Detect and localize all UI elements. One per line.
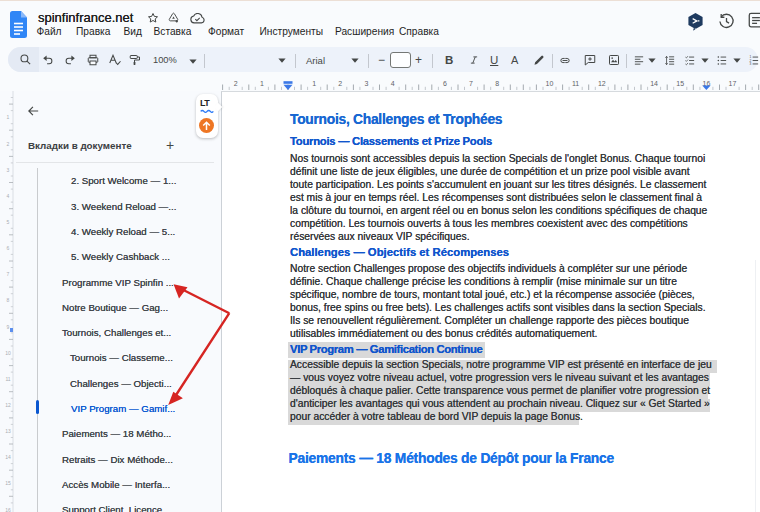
svg-text:7: 7 — [469, 80, 473, 87]
svg-text:1: 1 — [260, 80, 264, 87]
svg-text:7: 7 — [7, 271, 10, 277]
svg-text:6: 6 — [7, 245, 10, 251]
svg-text:8: 8 — [7, 297, 10, 303]
svg-text:1: 1 — [312, 80, 316, 87]
svg-text:3: 3 — [7, 167, 10, 173]
svg-text:5: 5 — [7, 219, 10, 225]
svg-text:12: 12 — [5, 402, 11, 408]
svg-text:14: 14 — [5, 454, 11, 460]
svg-text:14: 14 — [650, 80, 658, 87]
svg-text:3: 3 — [364, 80, 368, 87]
svg-text:13: 13 — [5, 428, 11, 434]
svg-text:2: 2 — [7, 141, 10, 147]
svg-text:12: 12 — [598, 80, 606, 87]
svg-text:10: 10 — [546, 80, 554, 87]
svg-text:2: 2 — [234, 80, 238, 87]
svg-text:17: 17 — [729, 80, 737, 87]
svg-text:4: 4 — [391, 80, 395, 87]
svg-text:10: 10 — [5, 350, 11, 356]
svg-text:8: 8 — [495, 80, 499, 87]
svg-text:16: 16 — [5, 507, 11, 512]
svg-text:1: 1 — [7, 114, 10, 120]
svg-text:9: 9 — [7, 324, 10, 330]
svg-text:2: 2 — [338, 80, 342, 87]
svg-text:15: 15 — [676, 80, 684, 87]
svg-text:15: 15 — [5, 480, 11, 486]
svg-text:11: 11 — [5, 376, 10, 382]
svg-text:3: 3 — [749, 62, 751, 66]
svg-text:6: 6 — [443, 80, 447, 87]
svg-text:11: 11 — [572, 80, 579, 87]
svg-text:4: 4 — [7, 193, 10, 199]
